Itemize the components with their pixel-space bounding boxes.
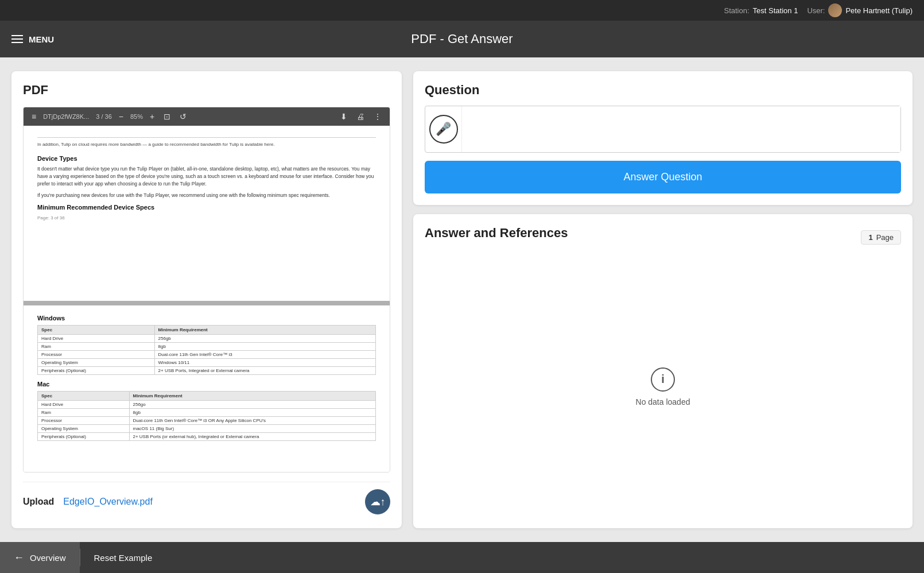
pdf-device-types-title: Device Types <box>37 155 376 162</box>
table-row: Ram8gb <box>38 408 376 416</box>
pdf-page-top-text: In addition, Tulip on cloud requires mor… <box>37 137 376 148</box>
table-row: Peripherals (Optional)2+ USB Ports (or e… <box>38 432 376 440</box>
pdf-zoom-in-btn[interactable]: + <box>147 111 157 122</box>
pdf-fit-btn[interactable]: ⊡ <box>161 111 173 122</box>
answer-header: Answer and References 1 Page <box>425 226 901 249</box>
answer-question-button[interactable]: Answer Question <box>425 161 901 193</box>
question-title: Question <box>425 83 901 98</box>
table-row: Hard Drive256go <box>38 400 376 408</box>
pdf-filename: DTjDp2fWZ8K... <box>43 113 89 120</box>
menu-label: MENU <box>29 34 54 44</box>
pdf-page-number: Page: 3 of 36 <box>37 215 376 220</box>
pdf-mac-table: Spec Minimum Requirement Hard Drive256go… <box>37 391 376 441</box>
back-arrow-icon: ← <box>14 552 24 564</box>
pdf-print-btn[interactable]: 🖨 <box>354 111 367 122</box>
station-value: Test Station 1 <box>753 6 798 15</box>
station-info: Station: Test Station 1 <box>724 6 798 15</box>
back-button[interactable]: ← Overview <box>0 542 80 573</box>
table-row: ProcessorDual-core 11th Gen Intel® Core™… <box>38 416 376 424</box>
header: MENU PDF - Get Answer <box>0 21 924 57</box>
table-row: Operating SystemWindows 10/11 <box>38 358 376 366</box>
upload-label: Upload <box>23 497 54 507</box>
pdf-device-types-body1: It doesn't matter what device type you r… <box>37 165 376 187</box>
pdf-rotate-btn[interactable]: ↺ <box>177 111 189 122</box>
back-label: Overview <box>30 553 66 563</box>
table-row: Hard Drive256gb <box>38 334 376 342</box>
pdf-page-3: In addition, Tulip on cloud requires mor… <box>24 126 390 305</box>
pdf-device-types-body2: If you're purchasing new devices for use… <box>37 192 376 199</box>
right-panel: Question 🎤 Answer Question Answer and Re… <box>413 71 913 528</box>
pdf-more-btn[interactable]: ⋮ <box>371 111 384 122</box>
table-row: Operating SystemmacOS 11 (Big Sur) <box>38 424 376 432</box>
info-icon: i <box>651 367 675 392</box>
answer-panel: Answer and References 1 Page i No data l… <box>413 214 913 528</box>
pdf-content: In addition, Tulip on cloud requires mor… <box>24 126 390 472</box>
user-name: Pete Hartnett (Tulip) <box>845 6 913 15</box>
avatar-image <box>828 3 842 17</box>
microphone-button[interactable]: 🎤 <box>425 106 462 152</box>
page-badge-number: 1 <box>868 233 872 242</box>
pdf-table-header-spec: Spec <box>38 325 155 334</box>
top-bar: Station: Test Station 1 User: Pete Hartn… <box>0 0 924 21</box>
pdf-windows-table: Spec Minimum Requirement Hard Drive256gb… <box>37 325 376 375</box>
table-row: Ram8gb <box>38 342 376 350</box>
pdf-zoom-level: 85% <box>130 113 143 120</box>
pdf-toolbar-right: ⬇ 🖨 ⋮ <box>338 111 384 122</box>
pdf-label: PDF <box>23 83 390 98</box>
menu-icon <box>11 35 23 43</box>
pdf-toolbar: ≡ DTjDp2fWZ8K... 3 / 36 − 85% + ⊡ ↺ ⬇ 🖨 … <box>24 107 390 126</box>
bottom-bar: ← Overview Reset Example <box>0 542 924 573</box>
pdf-mac-table-header-spec: Spec <box>38 391 130 400</box>
reset-label: Reset Example <box>94 553 153 563</box>
pdf-download-btn[interactable]: ⬇ <box>338 111 350 122</box>
pdf-zoom-out-btn[interactable]: − <box>117 111 126 122</box>
pdf-min-specs-title: Minimum Recommended Device Specs <box>37 204 376 211</box>
pdf-page-4: Windows Spec Minimum Requirement Hard Dr… <box>24 305 390 473</box>
table-row: Peripherals (Optional)2+ USB Ports, Inte… <box>38 366 376 374</box>
pdf-menu-btn[interactable]: ≡ <box>29 111 38 122</box>
microphone-icon: 🎤 <box>436 122 451 137</box>
question-panel: Question 🎤 Answer Question <box>413 71 913 205</box>
no-data-area: i No data loaded <box>425 257 901 517</box>
pdf-panel: PDF ≡ DTjDp2fWZ8K... 3 / 36 − 85% + ⊡ ↺ … <box>11 71 402 528</box>
pdf-table-header-req: Minimum Requirement <box>154 325 375 334</box>
pdf-pages: 3 / 36 <box>96 113 112 120</box>
user-label: User: <box>807 6 825 15</box>
upload-area: Upload EdgeIO_Overview.pdf ☁↑ <box>23 482 390 517</box>
menu-button[interactable]: MENU <box>11 34 54 44</box>
question-input-area: 🎤 <box>425 106 901 153</box>
page-badge: 1 Page <box>861 230 901 245</box>
avatar <box>828 3 842 17</box>
main-content: PDF ≡ DTjDp2fWZ8K... 3 / 36 − 85% + ⊡ ↺ … <box>0 57 924 542</box>
pdf-mac-title: Mac <box>37 381 376 388</box>
station-label: Station: <box>724 6 750 15</box>
answer-title: Answer and References <box>425 226 568 241</box>
pdf-mac-table-header-req: Minimum Requirement <box>129 391 376 400</box>
reset-button[interactable]: Reset Example <box>80 542 166 573</box>
no-data-text: No data loaded <box>636 397 690 406</box>
upload-button[interactable]: ☁↑ <box>365 489 390 514</box>
pdf-windows-title: Windows <box>37 315 376 322</box>
page-badge-label: Page <box>876 233 894 242</box>
user-info: User: Pete Hartnett (Tulip) <box>807 3 913 17</box>
upload-icon: ☁↑ <box>370 495 386 508</box>
page-title: PDF - Get Answer <box>411 32 513 47</box>
pdf-viewer: ≡ DTjDp2fWZ8K... 3 / 36 − 85% + ⊡ ↺ ⬇ 🖨 … <box>23 107 390 473</box>
table-row: ProcessorDual-core 11th Gen Intel® Core™… <box>38 350 376 358</box>
question-textarea[interactable] <box>462 106 900 152</box>
mic-circle: 🎤 <box>429 115 458 144</box>
upload-filename[interactable]: EdgeIO_Overview.pdf <box>63 497 356 507</box>
